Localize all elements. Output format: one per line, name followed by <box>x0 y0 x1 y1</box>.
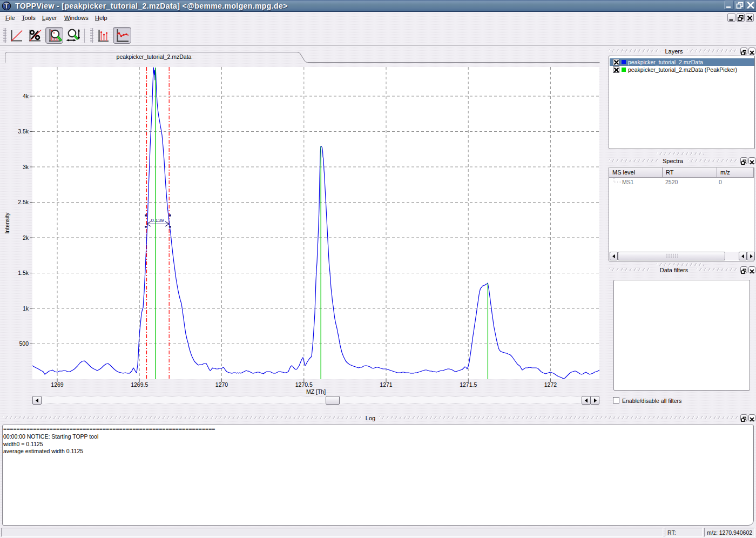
svg-text:500: 500 <box>19 340 29 347</box>
svg-text:MZ [Th]: MZ [Th] <box>306 388 326 395</box>
svg-text:1271.5: 1271.5 <box>460 381 477 388</box>
svg-text:4k: 4k <box>23 93 29 99</box>
svg-text:0.139: 0.139 <box>151 217 164 223</box>
svg-text:1k: 1k <box>23 305 29 312</box>
svg-text:2k: 2k <box>23 234 29 241</box>
svg-text:1272: 1272 <box>544 381 557 388</box>
svg-text:2.5k: 2.5k <box>18 199 29 205</box>
svg-text:1270.5: 1270.5 <box>295 381 313 388</box>
svg-text:1269: 1269 <box>51 381 64 388</box>
svg-text:Intensity: Intensity <box>4 212 10 234</box>
svg-text:1270: 1270 <box>215 381 228 388</box>
svg-text:1271: 1271 <box>380 381 393 388</box>
svg-text:3.5k: 3.5k <box>18 128 29 134</box>
svg-text:1269.5: 1269.5 <box>131 381 148 388</box>
svg-text:3k: 3k <box>23 164 29 170</box>
